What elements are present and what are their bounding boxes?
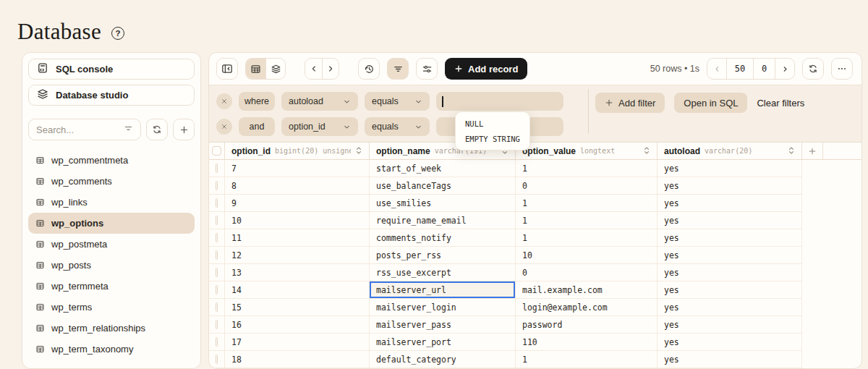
cell-option-id[interactable]: 7 — [225, 160, 370, 177]
help-icon[interactable]: ? — [111, 27, 124, 40]
add-column-button[interactable] — [802, 143, 823, 159]
cell-option-name[interactable]: use_balanceTags — [370, 177, 516, 194]
cell-autoload[interactable]: yes — [658, 351, 802, 368]
row-select-cell[interactable] — [209, 247, 225, 263]
cell-option-value[interactable]: 1 — [516, 351, 658, 368]
suggestion-empty-string[interactable]: EMPTY STRING — [456, 131, 529, 146]
sidebar-table-item[interactable]: wp_posts — [28, 255, 195, 276]
column-header-option-id[interactable]: option_id bigint(20) unsigned — [225, 143, 370, 159]
cell-option-value[interactable]: 1 — [516, 195, 658, 211]
cell-autoload[interactable]: yes — [658, 212, 802, 229]
sidebar-table-item[interactable]: wp_term_relationships — [28, 318, 195, 339]
history-button[interactable] — [358, 58, 380, 80]
cell-option-id[interactable]: 12 — [225, 247, 370, 263]
filter-operator-select[interactable]: equals — [365, 92, 430, 111]
cell-option-id[interactable]: 18 — [225, 351, 370, 368]
row-select-cell[interactable] — [209, 264, 225, 281]
filter-value-input[interactable] — [436, 92, 563, 111]
cell-option-id[interactable]: 13 — [225, 264, 370, 281]
cell-option-value[interactable]: 1 — [516, 160, 658, 177]
row-select-cell[interactable] — [209, 316, 225, 333]
page-size-input[interactable]: 50 — [726, 59, 754, 79]
sidebar-table-item[interactable]: wp_terms — [28, 297, 195, 318]
cell-option-name[interactable]: default_category — [370, 351, 516, 368]
refresh-data-button[interactable] — [802, 58, 824, 80]
collapse-sidebar-button[interactable] — [216, 58, 238, 80]
cell-option-name[interactable]: start_of_week — [370, 160, 516, 177]
cell-autoload[interactable]: yes — [658, 160, 802, 177]
remove-filter-button[interactable] — [216, 93, 232, 109]
forward-button[interactable] — [322, 59, 339, 79]
row-select-cell[interactable] — [209, 334, 225, 350]
cell-option-name[interactable]: require_name_email — [370, 212, 516, 229]
sidebar-table-item[interactable]: wp_term_taxonomy — [28, 339, 195, 360]
cell-autoload[interactable]: yes — [658, 316, 802, 333]
view-settings-button[interactable] — [416, 58, 438, 80]
row-select-cell[interactable] — [209, 195, 225, 211]
row-select-cell[interactable] — [209, 212, 225, 229]
row-select-cell[interactable] — [209, 281, 225, 298]
cell-autoload[interactable]: yes — [658, 334, 802, 350]
filter-conjunction[interactable]: where — [239, 92, 275, 111]
cell-option-value[interactable]: 1 — [516, 212, 658, 229]
row-select-cell[interactable] — [209, 160, 225, 177]
search-input[interactable]: Search... — [28, 119, 141, 140]
cell-option-name[interactable]: mailserver_login — [370, 299, 516, 315]
sidebar-table-item[interactable]: wp_links — [28, 192, 195, 213]
sidebar-table-item[interactable]: wp_options — [28, 213, 195, 234]
cell-option-id[interactable]: 10 — [225, 212, 370, 229]
cell-option-value[interactable]: 0 — [516, 264, 658, 281]
cell-autoload[interactable]: yes — [658, 195, 802, 211]
cell-option-value[interactable]: 1 — [516, 229, 658, 246]
cell-option-value[interactable]: 0 — [516, 177, 658, 194]
cell-option-id[interactable]: 9 — [225, 195, 370, 211]
sidebar-table-item[interactable]: wp_commentmeta — [28, 150, 195, 171]
sidebar-table-item[interactable]: wp_termmeta — [28, 276, 195, 297]
sql-console-button[interactable]: SQL console — [28, 59, 195, 80]
cell-option-id[interactable]: 8 — [225, 177, 370, 194]
cell-option-name[interactable]: use_smilies — [370, 195, 516, 211]
select-all-cell[interactable] — [209, 143, 225, 159]
row-select-cell[interactable] — [209, 177, 225, 194]
cell-option-value[interactable]: mail.example.com — [516, 281, 658, 298]
page-next-button[interactable] — [775, 59, 794, 79]
page-prev-button[interactable] — [707, 59, 726, 79]
back-button[interactable] — [305, 59, 322, 79]
cell-autoload[interactable]: yes — [658, 247, 802, 263]
cell-option-id[interactable]: 11 — [225, 229, 370, 246]
add-record-button[interactable]: Add record — [445, 58, 527, 80]
cell-option-id[interactable]: 15 — [225, 299, 370, 315]
row-select-cell[interactable] — [209, 229, 225, 246]
add-filter-button[interactable]: Add filter — [595, 93, 665, 113]
cell-option-id[interactable]: 16 — [225, 316, 370, 333]
remove-filter-button[interactable] — [216, 119, 232, 135]
cell-option-value[interactable]: 10 — [516, 247, 658, 263]
row-select-cell[interactable] — [209, 299, 225, 315]
cell-autoload[interactable]: yes — [658, 281, 802, 298]
filter-operator-select[interactable]: equals — [365, 117, 430, 136]
database-studio-button[interactable]: Database studio — [28, 85, 195, 106]
column-header-option-value[interactable]: option_value longtext — [516, 143, 658, 159]
cell-option-id[interactable]: 14 — [225, 281, 370, 298]
refresh-tables-button[interactable] — [146, 119, 168, 140]
cell-option-name[interactable]: mailserver_pass — [370, 316, 516, 333]
structure-view-button[interactable] — [265, 59, 285, 79]
table-view-button[interactable] — [246, 59, 265, 79]
filter-column-select[interactable]: autoload — [281, 92, 358, 111]
sidebar-table-item[interactable]: wp_postmeta — [28, 234, 195, 255]
sidebar-table-item[interactable]: wp_comments — [28, 171, 195, 192]
filter-column-select[interactable]: option_id — [281, 117, 358, 136]
cell-option-name[interactable]: mailserver_port — [370, 334, 516, 350]
clear-filters-button[interactable]: Clear filters — [757, 98, 804, 109]
cell-option-name[interactable]: rss_use_excerpt — [370, 264, 516, 281]
filter-button[interactable] — [387, 58, 409, 80]
cell-option-id[interactable]: 17 — [225, 334, 370, 350]
cell-option-value[interactable]: login@example.com — [516, 299, 658, 315]
column-header-autoload[interactable]: autoload varchar(20) — [658, 143, 802, 159]
cell-autoload[interactable]: yes — [658, 264, 802, 281]
cell-option-name[interactable]: mailserver_url — [370, 281, 516, 298]
cell-option-name[interactable]: posts_per_rss — [370, 247, 516, 263]
cell-option-name[interactable]: comments_notify — [370, 229, 516, 246]
more-options-button[interactable] — [831, 58, 853, 80]
suggestion-null[interactable]: NULL — [456, 116, 529, 131]
